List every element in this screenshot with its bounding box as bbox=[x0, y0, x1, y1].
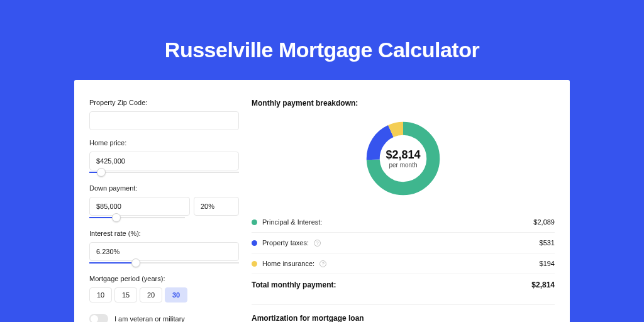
rate-label: Interest rate (%): bbox=[89, 230, 239, 237]
period-button-10[interactable]: 10 bbox=[89, 287, 112, 303]
legend: Principal & Interest:$2,089Property taxe… bbox=[252, 212, 555, 274]
period-field: Mortgage period (years): 10152030 bbox=[89, 275, 239, 303]
legend-label: Principal & Interest: bbox=[262, 218, 322, 226]
legend-dot-icon bbox=[252, 219, 257, 225]
amortization-section: Amortization for mortgage loan Amortizat… bbox=[252, 304, 555, 322]
period-button-15[interactable]: 15 bbox=[114, 287, 137, 303]
period-buttons: 10152030 bbox=[89, 287, 239, 303]
donut-chart: $2,814 per month bbox=[364, 119, 443, 198]
period-button-20[interactable]: 20 bbox=[140, 287, 162, 303]
home-price-input[interactable] bbox=[89, 152, 239, 170]
legend-value: $194 bbox=[540, 260, 555, 267]
zip-label: Property Zip Code: bbox=[89, 99, 239, 106]
breakdown-title: Monthly payment breakdown: bbox=[252, 99, 555, 108]
rate-field: Interest rate (%): bbox=[89, 230, 239, 266]
donut-wrap: $2,814 per month bbox=[252, 119, 555, 198]
down-payment-pct-input[interactable] bbox=[194, 197, 239, 216]
info-icon[interactable]: ? bbox=[319, 260, 326, 267]
amortization-title: Amortization for mortgage loan bbox=[252, 314, 555, 322]
legend-row: Principal & Interest:$2,089 bbox=[252, 212, 555, 232]
home-price-slider[interactable] bbox=[89, 172, 239, 175]
breakdown-panel: Monthly payment breakdown: $2,814 per mo… bbox=[252, 99, 555, 322]
legend-label: Home insurance: bbox=[262, 260, 314, 267]
veteran-row: I am veteran or military bbox=[89, 314, 239, 322]
period-button-30[interactable]: 30 bbox=[165, 287, 187, 303]
down-payment-label: Down payment: bbox=[89, 184, 239, 192]
donut-sub: per month bbox=[389, 162, 417, 169]
page-root: Russelville Mortgage Calculator Property… bbox=[0, 0, 644, 322]
down-payment-field: Down payment: bbox=[89, 184, 239, 221]
zip-field: Property Zip Code: bbox=[89, 99, 239, 130]
donut-amount: $2,814 bbox=[386, 148, 420, 162]
form-panel: Property Zip Code: Home price: Down paym… bbox=[89, 99, 239, 322]
legend-value: $2,089 bbox=[533, 218, 555, 226]
total-row: Total monthly payment: $2,814 bbox=[252, 274, 555, 296]
home-price-field: Home price: bbox=[89, 139, 239, 175]
calculator-card: Property Zip Code: Home price: Down paym… bbox=[74, 80, 570, 322]
legend-row: Home insurance:?$194 bbox=[252, 253, 555, 274]
period-label: Mortgage period (years): bbox=[89, 275, 239, 282]
legend-dot-icon bbox=[252, 261, 257, 267]
total-value: $2,814 bbox=[531, 280, 555, 289]
down-payment-slider[interactable] bbox=[89, 217, 185, 221]
legend-dot-icon bbox=[252, 240, 257, 246]
rate-slider[interactable] bbox=[89, 262, 239, 266]
page-title: Russelville Mortgage Calculator bbox=[0, 0, 644, 80]
down-payment-input[interactable] bbox=[89, 197, 190, 216]
legend-label: Property taxes: bbox=[262, 239, 309, 247]
legend-value: $531 bbox=[540, 239, 555, 247]
legend-row: Property taxes:?$531 bbox=[252, 232, 555, 253]
rate-input[interactable] bbox=[89, 242, 239, 261]
zip-input[interactable] bbox=[89, 111, 239, 130]
info-icon[interactable]: ? bbox=[314, 240, 321, 247]
total-label: Total monthly payment: bbox=[252, 280, 336, 289]
veteran-label: I am veteran or military bbox=[114, 315, 185, 322]
veteran-toggle[interactable] bbox=[89, 314, 108, 322]
home-price-label: Home price: bbox=[89, 139, 239, 147]
